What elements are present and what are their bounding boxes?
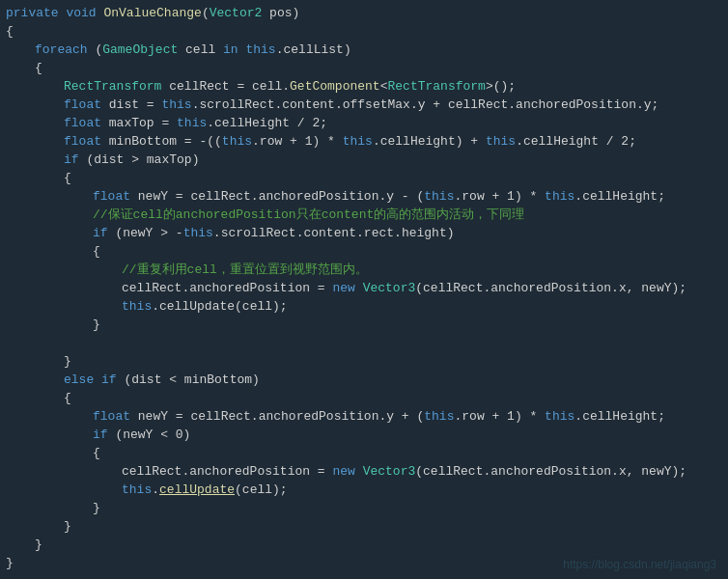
code-line: //保证cell的anchoredPosition只在content的高的范围内…	[0, 206, 728, 224]
code-line: RectTransform cellRect = cell.GetCompone…	[0, 77, 728, 96]
code-line: {	[0, 242, 728, 261]
code-line: float newY = cellRect.anchoredPosition.y…	[0, 407, 728, 426]
code-container: private void OnValueChange(Vector2 pos){…	[0, 0, 728, 579]
code-line: float newY = cellRect.anchoredPosition.y…	[0, 187, 728, 206]
code-line: {	[0, 389, 728, 407]
code-line: }	[0, 517, 728, 536]
code-line: if (dist > maxTop)	[0, 151, 728, 169]
code-line: this.cellUpdate(cell);	[0, 481, 728, 499]
code-line: }	[0, 352, 728, 371]
code-line: //重复利用cell，重置位置到视野范围内。	[0, 261, 728, 279]
lines-wrapper: private void OnValueChange(Vector2 pos){…	[0, 4, 728, 572]
code-line: else if (dist < minBottom)	[0, 371, 728, 389]
code-line: cellRect.anchoredPosition = new Vector3(…	[0, 279, 728, 297]
code-line: }	[0, 536, 728, 554]
code-line: }	[0, 499, 728, 517]
code-line: cellRect.anchoredPosition = new Vector3(…	[0, 462, 728, 481]
code-line: float minBottom = -((this.row + 1) * thi…	[0, 132, 728, 151]
watermark: https://blog.csdn.net/jiaqiang3	[563, 558, 716, 571]
code-line: if (newY > -this.scrollRect.content.rect…	[0, 224, 728, 242]
code-line	[0, 334, 728, 352]
code-line: if (newY < 0)	[0, 426, 728, 444]
code-line: float maxTop = this.cellHeight / 2;	[0, 114, 728, 132]
code-line: this.cellUpdate(cell);	[0, 297, 728, 316]
code-line: float dist = this.scrollRect.content.off…	[0, 96, 728, 114]
code-line: }	[0, 316, 728, 334]
code-line: foreach (GameObject cell in this.cellLis…	[0, 41, 728, 59]
code-line: private void OnValueChange(Vector2 pos)	[0, 4, 728, 22]
code-line: {	[0, 59, 728, 77]
code-line: {	[0, 444, 728, 462]
code-line: {	[0, 22, 728, 41]
code-line: {	[0, 169, 728, 187]
